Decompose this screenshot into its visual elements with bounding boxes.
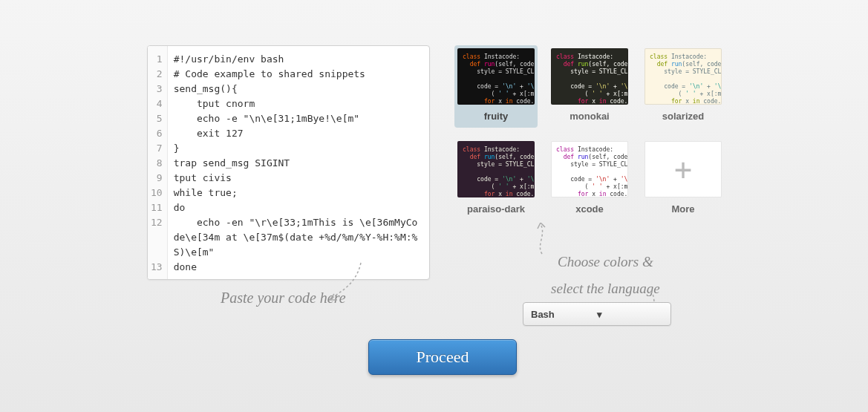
- arrow-to-editor-icon: [327, 261, 362, 306]
- theme-option-monokai[interactable]: class Instacode: def run(self, code, la …: [548, 45, 631, 128]
- theme-thumb: class Instacode: def run(self, code, la …: [551, 48, 628, 105]
- theme-option-fruity[interactable]: class Instacode: def run(self, code, la …: [454, 45, 538, 128]
- theme-thumb: class Instacode: def run(self, code, la …: [551, 141, 628, 197]
- plus-icon: +: [645, 141, 722, 197]
- theme-thumb: class Instacode: def run(self, code, la …: [457, 48, 535, 105]
- theme-thumb: class Instacode: def run(self, code, la …: [457, 141, 535, 197]
- theme-option-xcode[interactable]: class Instacode: def run(self, code, la …: [548, 138, 631, 220]
- theme-option-more[interactable]: +More: [642, 138, 725, 220]
- hint-choose-colors: Choose colors & select the language: [551, 249, 660, 302]
- hint-colors-line2: select the language: [551, 275, 660, 302]
- language-select[interactable]: Bash ▾: [523, 302, 671, 326]
- theme-option-paraiso-dark[interactable]: class Instacode: def run(self, code, la …: [454, 138, 538, 220]
- theme-label: fruity: [457, 111, 535, 122]
- theme-label: More: [645, 203, 722, 215]
- proceed-button[interactable]: Proceed: [368, 339, 517, 375]
- theme-label: paraiso-dark: [457, 203, 535, 215]
- theme-grid: class Instacode: def run(self, code, la …: [454, 45, 729, 220]
- line-gutter: 123456789101112 13: [148, 46, 168, 279]
- chevron-down-icon: ▾: [597, 309, 663, 320]
- theme-thumb: class Instacode: def run(self, code, la …: [645, 48, 722, 105]
- theme-label: monokai: [551, 111, 628, 122]
- code-editor[interactable]: 123456789101112 13 #!/usr/bin/env bash# …: [147, 45, 430, 280]
- arrow-to-themes-icon: [533, 223, 551, 255]
- theme-option-solarized[interactable]: class Instacode: def run(self, code, la …: [642, 45, 725, 128]
- theme-label: solarized: [645, 111, 722, 122]
- language-value: Bash: [531, 309, 597, 320]
- theme-label: xcode: [551, 203, 628, 215]
- code-content[interactable]: #!/usr/bin/env bash# Code example to sha…: [168, 46, 429, 279]
- hint-colors-line1: Choose colors &: [551, 249, 660, 275]
